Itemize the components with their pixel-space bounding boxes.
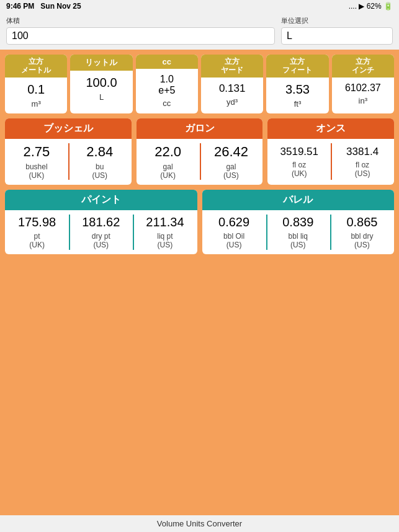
pint-uk-value: 175.98	[18, 215, 56, 229]
cubic-feet-value: 3.53	[284, 78, 311, 99]
volume-label: 体積	[6, 16, 275, 25]
main-content: 立方 メートル 0.1 m³ リットル 100.0 L cc 1.0e+5 cc…	[0, 50, 399, 254]
pint-header: パイント	[5, 190, 197, 210]
cubic-meter-unit: m³	[32, 99, 41, 113]
liter-unit: L	[99, 92, 104, 107]
floz-us-unit: fl oz(US)	[355, 161, 370, 178]
cc-header: cc	[136, 55, 198, 69]
cubic-inch-card: 立方 インチ 6102.37 in³	[332, 55, 394, 113]
cubic-yard-card: 立方 ヤード 0.131 yd³	[201, 55, 263, 113]
floz-uk-unit: fl oz(UK)	[292, 161, 307, 178]
liter-value: 100.0	[84, 71, 118, 92]
liq-pt-value: 211.34	[146, 215, 184, 229]
pint-uk-unit: pt(UK)	[29, 232, 45, 249]
bushel-us-value: 2.84	[86, 144, 113, 160]
floz-us-cell: 3381.4 fl oz(US)	[331, 139, 394, 185]
bushel-uk-unit: bushel(UK)	[25, 162, 47, 180]
cc-value: 1.0e+5	[157, 69, 176, 99]
gallon-values: 22.0 gal(UK) 26.42 gal(US)	[137, 139, 263, 185]
bushel-uk-cell: 2.75 bushel(UK)	[5, 139, 68, 185]
status-bar: 9:46 PM Sun Nov 25 .... ▶ 62% 🔋	[0, 0, 399, 12]
cubic-inch-value: 6102.37	[344, 78, 382, 96]
liter-card: リットル 100.0 L	[70, 55, 132, 113]
bbl-liq-unit: bbl liq(US)	[289, 232, 308, 249]
barrel-values: 0.629 bbl Oil(US) 0.839 bbl liq(US) 0.86…	[202, 210, 395, 254]
cubic-yard-value: 0.131	[218, 78, 247, 97]
bushel-us-unit: bu(US)	[92, 162, 107, 180]
bbl-oil-cell: 0.629 bbl Oil(US)	[202, 210, 266, 254]
gallon-us-unit: gal(US)	[223, 162, 239, 180]
bbl-liq-cell: 0.839 bbl liq(US)	[266, 210, 330, 254]
footer: Volume Units Converter	[0, 515, 399, 532]
dry-pt-unit: dry pt(US)	[92, 232, 110, 249]
pint-values: 175.98 pt(UK) 181.62 dry pt(US) 211.34 l…	[5, 210, 197, 254]
floz-uk-value: 3519.51	[280, 146, 318, 158]
status-battery: .... ▶ 62% 🔋	[349, 2, 393, 11]
cubic-section: 立方 メートル 0.1 m³ リットル 100.0 L cc 1.0e+5 cc…	[5, 55, 394, 113]
bushel-values: 2.75 bushel(UK) 2.84 bu(US)	[5, 139, 132, 185]
bbl-liq-value: 0.839	[282, 215, 313, 229]
liter-header: リットル	[70, 55, 132, 71]
cubic-meter-header: 立方 メートル	[5, 55, 67, 78]
pint-card: パイント 175.98 pt(UK) 181.62 dry pt(US) 211…	[5, 190, 197, 254]
status-time: 9:46 PM Sun Nov 25	[6, 2, 81, 11]
dry-pt-value: 181.62	[82, 215, 120, 229]
bbl-oil-value: 0.629	[218, 215, 249, 229]
cubic-meter-card: 立方 メートル 0.1 m³	[5, 55, 67, 113]
cubic-feet-card: 立方 フィート 3.53 ft³	[266, 55, 328, 113]
barrel-card: バレル 0.629 bbl Oil(US) 0.839 bbl liq(US) …	[202, 190, 395, 254]
gallon-uk-cell: 22.0 gal(UK)	[137, 139, 200, 185]
bbl-dry-cell: 0.865 bbl dry(US)	[330, 210, 394, 254]
cc-card: cc 1.0e+5 cc	[136, 55, 198, 113]
bbl-oil-unit: bbl Oil(US)	[223, 232, 244, 249]
unit-input[interactable]	[281, 27, 393, 45]
cubic-yard-unit: yd³	[226, 97, 238, 112]
gallon-uk-unit: gal(UK)	[160, 162, 176, 180]
liq-pt-cell: 211.34 liq pt(US)	[133, 210, 197, 254]
floz-uk-cell: 3519.51 fl oz(UK)	[267, 139, 331, 185]
pint-uk-cell: 175.98 pt(UK)	[5, 210, 69, 254]
bushel-header: ブッシェル	[5, 118, 132, 139]
cubic-yard-header: 立方 ヤード	[201, 55, 263, 78]
floz-us-value: 3381.4	[346, 146, 379, 158]
cubic-feet-header: 立方 フィート	[266, 55, 328, 78]
footer-label: Volume Units Converter	[157, 519, 242, 528]
bushel-card: ブッシェル 2.75 bushel(UK) 2.84 bu(US)	[5, 118, 132, 185]
gallon-card: ガロン 22.0 gal(UK) 26.42 gal(US)	[137, 118, 263, 185]
bbl-dry-value: 0.865	[346, 215, 377, 229]
gallon-us-value: 26.42	[214, 144, 248, 160]
ounce-values: 3519.51 fl oz(UK) 3381.4 fl oz(US)	[267, 139, 394, 185]
input-area: 体積 単位選択	[0, 12, 399, 50]
bushel-uk-value: 2.75	[24, 144, 50, 160]
volume-input[interactable]	[6, 27, 275, 45]
cubic-inch-unit: in³	[359, 96, 367, 110]
mid-section: ブッシェル 2.75 bushel(UK) 2.84 bu(US) ガロン 22…	[5, 118, 394, 185]
cc-unit: cc	[163, 99, 171, 113]
liq-pt-unit: liq pt(US)	[157, 232, 173, 249]
volume-input-group: 体積	[6, 16, 275, 45]
ounce-header: オンス	[267, 118, 394, 139]
unit-select-group: 単位選択	[281, 16, 393, 45]
gallon-uk-value: 22.0	[155, 144, 181, 160]
ounce-card: オンス 3519.51 fl oz(UK) 3381.4 fl oz(US)	[267, 118, 394, 185]
bbl-dry-unit: bbl dry(US)	[351, 232, 373, 249]
gallon-us-cell: 26.42 gal(US)	[200, 139, 263, 185]
bottom-section: パイント 175.98 pt(UK) 181.62 dry pt(US) 211…	[5, 190, 394, 254]
cubic-meter-value: 0.1	[26, 78, 46, 99]
cubic-feet-unit: ft³	[294, 99, 302, 113]
unit-label: 単位選択	[281, 16, 393, 25]
dry-pt-cell: 181.62 dry pt(US)	[69, 210, 133, 254]
barrel-header: バレル	[202, 190, 395, 210]
gallon-header: ガロン	[137, 118, 263, 139]
cubic-inch-header: 立方 インチ	[332, 55, 394, 78]
bushel-us-cell: 2.84 bu(US)	[68, 139, 132, 185]
